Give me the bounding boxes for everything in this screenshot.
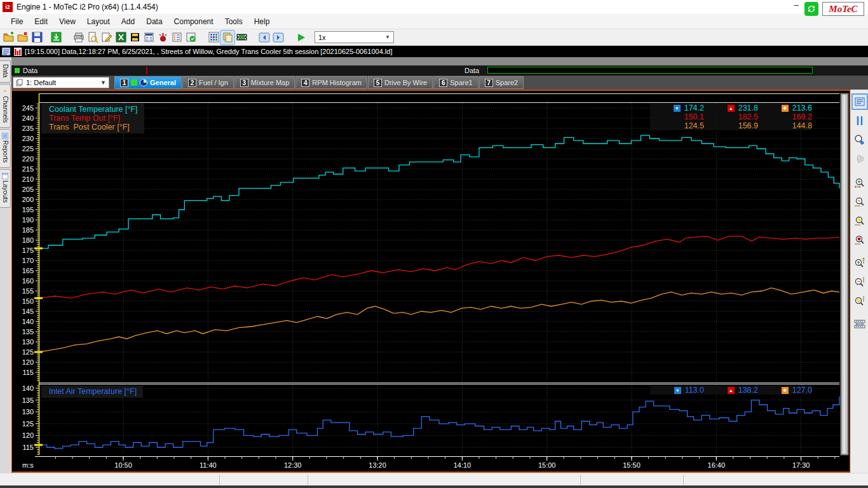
menu-add[interactable]: Add xyxy=(116,15,140,28)
time-ruler-button[interactable] xyxy=(853,317,867,331)
layout-grid-button[interactable] xyxy=(207,30,220,44)
max-icon: ▲ xyxy=(728,387,735,394)
worksheet-tab-row: 1: Default ▼ 1 General 2Fuel / Ign 3Mixt… xyxy=(11,76,868,90)
sidebar-tab-channels[interactable]: ~Channels xyxy=(0,84,11,128)
svg-text:220: 220 xyxy=(22,155,34,163)
edit-details-button[interactable] xyxy=(100,30,114,44)
playback-speed-select[interactable]: 1x▼ xyxy=(315,31,394,43)
screen-edge xyxy=(0,485,868,488)
tab-rpm-histogram[interactable]: 4RPM Histogram xyxy=(295,76,367,89)
time-distance-chart[interactable]: 2452402352302252202152102052001951901851… xyxy=(11,90,850,473)
svg-text:170: 170 xyxy=(22,257,34,264)
svg-text:10:50: 10:50 xyxy=(114,461,132,469)
legend-trans-post-cooler: Trans Post Cooler [°F] xyxy=(49,123,138,132)
svg-text:16:40: 16:40 xyxy=(708,461,726,469)
avg-icon: ◆ xyxy=(782,387,789,394)
svg-text:240: 240 xyxy=(22,114,34,122)
play-button[interactable] xyxy=(294,30,308,44)
zoom-cursor-vertical-button[interactable] xyxy=(853,294,867,308)
menu-layout[interactable]: Layout xyxy=(81,15,116,28)
svg-text:215: 215 xyxy=(22,165,34,173)
svg-text:195: 195 xyxy=(22,206,34,214)
details-icon[interactable] xyxy=(2,47,11,56)
export-button[interactable] xyxy=(49,30,63,44)
bottom-chart-legend: Inlet Air Temperature [°F] xyxy=(41,386,143,398)
legend-coolant-temperature: Coolant Temperature [°F] xyxy=(49,105,138,114)
svg-text:125: 125 xyxy=(22,348,34,356)
tab-general[interactable]: 1 General xyxy=(114,76,182,89)
legend-inlet-air-temperature: Inlet Air Temperature [°F] xyxy=(49,387,137,396)
cursor-bars-button[interactable] xyxy=(853,114,867,128)
alarms-button[interactable] xyxy=(156,30,170,44)
print-preview-button[interactable] xyxy=(86,30,100,44)
pan-button[interactable] xyxy=(853,152,867,166)
tab-spare2[interactable]: 7Spare2 xyxy=(479,76,524,89)
tab-drive-by-wire[interactable]: 5Drive By Wire xyxy=(368,76,433,89)
save-button[interactable] xyxy=(30,30,44,44)
worksheet-selector[interactable]: 1: Default ▼ xyxy=(13,77,109,88)
sync-icon[interactable] xyxy=(804,2,818,16)
minimize-button[interactable]: – xyxy=(790,0,802,10)
svg-text:120: 120 xyxy=(22,431,34,439)
chart-tools-strip xyxy=(850,90,868,473)
menu-tools[interactable]: Tools xyxy=(219,15,248,28)
close-file-button[interactable] xyxy=(16,30,30,44)
svg-text:190: 190 xyxy=(22,216,34,224)
link-video-button[interactable] xyxy=(234,30,248,44)
svg-text:130: 130 xyxy=(22,408,34,416)
titlebar: i2 Engine 1 - MoTeC i2 Pro (x64) (1.1.4.… xyxy=(0,0,868,14)
zoom-out-time-button[interactable] xyxy=(853,195,867,209)
menu-view[interactable]: View xyxy=(53,15,81,28)
svg-text:235: 235 xyxy=(22,125,34,132)
menu-help[interactable]: Help xyxy=(248,15,276,28)
svg-text:225: 225 xyxy=(22,145,34,152)
values-display-button[interactable] xyxy=(853,95,867,109)
zoom-out-vertical-button[interactable] xyxy=(853,275,867,289)
prev-lap-button[interactable] xyxy=(257,30,271,44)
svg-text:145: 145 xyxy=(22,308,34,315)
print-button[interactable] xyxy=(72,30,86,44)
left-sidebar: Data ~Channels Reports Layouts xyxy=(0,57,11,473)
zoom-in-time-button[interactable] xyxy=(853,176,867,190)
min-icon: ▼ xyxy=(674,105,681,112)
menubar: File Edit View Layout Add Data Component… xyxy=(0,14,868,29)
pane-header: Data Data xyxy=(11,65,868,76)
svg-text:200: 200 xyxy=(22,196,34,203)
svg-text:185: 185 xyxy=(22,226,34,234)
svg-text:245: 245 xyxy=(22,104,34,112)
zoom-default-button[interactable] xyxy=(853,233,867,247)
tab-fuel-ign[interactable]: 2Fuel / Ign xyxy=(182,76,234,89)
min-icon: ▼ xyxy=(674,387,681,394)
status-bar xyxy=(0,473,868,485)
video-button[interactable] xyxy=(128,30,142,44)
worksheet-pages-button[interactable] xyxy=(220,30,234,44)
svg-text:160: 160 xyxy=(22,277,34,285)
zoom-cursor-time-button[interactable] xyxy=(853,214,867,228)
chart-plot-area[interactable]: 2452402352302252202152102052001951901851… xyxy=(12,91,850,471)
zoom-in-vertical-button[interactable] xyxy=(853,256,867,270)
menu-file[interactable]: File xyxy=(5,15,29,28)
maths-button[interactable] xyxy=(142,30,156,44)
svg-text:150: 150 xyxy=(22,297,34,305)
tab-spare1[interactable]: 6Spare1 xyxy=(433,76,478,89)
menu-component[interactable]: Component xyxy=(168,15,219,28)
top-chart-values: ▼174.2 ▲231.8 ◆213.6 150.1 182.5 169.2 1… xyxy=(650,104,812,130)
pane-label-right: Data xyxy=(465,67,479,74)
sidebar-tab-layouts[interactable]: Layouts xyxy=(0,169,11,208)
properties-button[interactable] xyxy=(170,30,184,44)
channels-icon: ~ xyxy=(3,88,7,95)
avg-icon: ◆ xyxy=(782,105,789,112)
sidebar-tab-data[interactable]: Data xyxy=(0,60,11,83)
next-lap-button[interactable] xyxy=(271,30,285,44)
log-session-info: [19:15.000] Data,12:18:27 PM, 6/25/2021,… xyxy=(25,48,392,55)
zoom-box-button[interactable] xyxy=(853,133,867,147)
sidebar-tab-reports[interactable]: Reports xyxy=(0,129,11,168)
excel-export-button[interactable] xyxy=(114,30,128,44)
tab-mixture-map[interactable]: 3Mixture Map xyxy=(234,76,295,89)
verify-button[interactable] xyxy=(184,30,198,44)
menu-edit[interactable]: Edit xyxy=(29,15,53,28)
log-file-icon xyxy=(14,48,22,56)
open-file-button[interactable] xyxy=(2,30,16,44)
range-indicator-box xyxy=(487,67,813,74)
menu-data[interactable]: Data xyxy=(140,15,168,28)
